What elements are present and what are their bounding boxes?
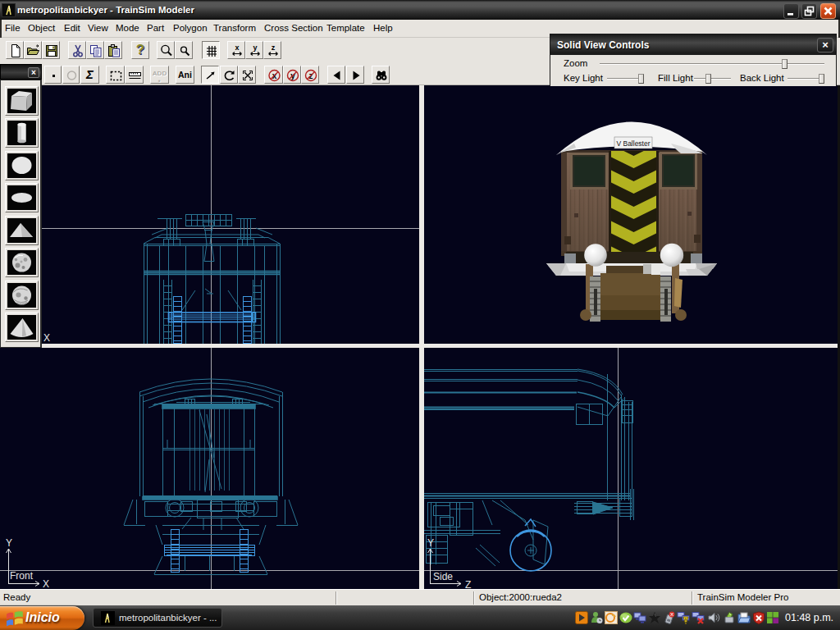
svg-text:X: X — [43, 332, 50, 344]
svg-text:Z: Z — [465, 579, 471, 589]
svg-text:x: x — [235, 43, 239, 52]
svg-text:Front: Front — [10, 570, 34, 582]
svg-text:y: y — [253, 43, 257, 52]
svg-text:Side: Side — [433, 571, 453, 582]
svg-text:V Ballester: V Ballester — [616, 139, 650, 148]
svg-text:Y: Y — [6, 537, 12, 549]
svg-text:z: z — [272, 43, 276, 52]
svg-text:Y: Y — [427, 537, 434, 549]
svg-text:X: X — [43, 578, 49, 589]
